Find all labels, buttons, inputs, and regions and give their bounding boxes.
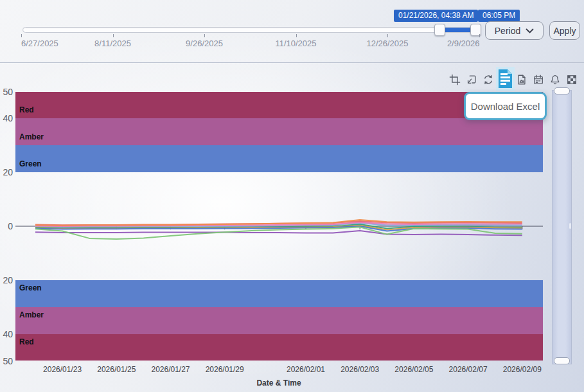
band-label: Red — [19, 337, 34, 346]
y-axis-label: 50 — [0, 355, 13, 367]
slider-tick-label: 2/9/2026 — [447, 39, 480, 48]
series-line-periwinkle — [35, 223, 522, 227]
excel-document-glyph — [498, 69, 513, 89]
x-axis-label: 2026/02/07 — [449, 365, 488, 374]
slider-tick — [479, 34, 480, 37]
slider-tick-label: 8/11/2025 — [94, 39, 131, 48]
apply-button[interactable]: Apply — [549, 21, 580, 40]
y-axis-label: 0 — [0, 220, 13, 232]
threshold-band-red: Red — [15, 334, 543, 361]
y-axis-label: 40 — [0, 112, 13, 124]
zoom-selection-icon[interactable] — [448, 73, 462, 87]
x-axis-label: 2026/01/25 — [97, 365, 136, 374]
slider-tick-label: 6/27/2025 — [21, 39, 58, 48]
download-excel-tooltip: Download Excel — [464, 92, 547, 120]
header-divider — [0, 62, 584, 63]
chart-dashboard: 01/21/2026, 04:38 AM 06:05 PM 6/27/20258… — [0, 0, 584, 392]
series-line-teal — [35, 224, 522, 228]
slider-tick — [21, 34, 22, 37]
series-line-blue — [35, 226, 522, 231]
range-start-badge: 01/21/2026, 04:38 AM — [394, 10, 478, 22]
series-line-gray — [35, 222, 522, 227]
scrollbar-handle-bottom[interactable] — [554, 357, 570, 364]
chevron-down-icon — [526, 28, 534, 33]
x-axis-label: 2026/02/09 — [503, 365, 542, 374]
bell-icon[interactable] — [548, 73, 562, 87]
scrollbar-grip — [569, 223, 571, 229]
band-label: Green — [19, 283, 42, 292]
threshold-band-green: Green — [15, 280, 543, 307]
threshold-band-amber: Amber — [15, 307, 543, 334]
slider-tick — [204, 34, 205, 37]
series-line-coral — [35, 221, 522, 225]
download-excel-icon[interactable] — [496, 67, 515, 91]
reset-zoom-icon[interactable] — [465, 73, 479, 87]
series-line-amber — [35, 226, 522, 230]
threshold-band-amber: Amber — [15, 118, 543, 145]
series-line-orange — [35, 220, 522, 226]
scrollbar-handle-top[interactable] — [554, 87, 570, 94]
refresh-icon[interactable] — [481, 73, 495, 87]
x-axis-title: Date & Time — [256, 379, 301, 388]
slider-tick — [387, 34, 388, 37]
y-axis-label: 20 — [0, 274, 13, 286]
export-image-icon[interactable] — [515, 73, 529, 87]
x-axis-label: 2026/02/05 — [394, 365, 433, 374]
period-dropdown[interactable]: Period — [485, 21, 544, 40]
x-axis-label: 2026/01/27 — [151, 365, 190, 374]
slider-tick — [113, 34, 114, 37]
mosaic-icon[interactable] — [565, 73, 579, 87]
y-axis-label: 50 — [0, 86, 13, 98]
threshold-band-green: Green — [15, 145, 543, 172]
series-line-pink — [35, 222, 522, 226]
slider-handle-start[interactable] — [434, 24, 445, 36]
period-label: Period — [495, 26, 520, 36]
x-axis-label: 2026/02/03 — [341, 365, 379, 374]
series-line-purple — [35, 231, 522, 235]
slider-track[interactable] — [22, 27, 481, 33]
calendar-icon[interactable] — [531, 73, 545, 87]
slider-tick-label: 12/26/2025 — [366, 39, 408, 48]
y-axis-label: 20 — [0, 166, 13, 178]
slider-tick-label: 11/10/2025 — [275, 39, 316, 48]
series-line-green — [35, 227, 522, 239]
tooltip-text: Download Excel — [471, 101, 540, 112]
x-axis-label: 2026/01/23 — [43, 365, 82, 374]
slider-tick-label: 9/26/2025 — [186, 39, 223, 48]
x-axis-label: 2026/02/01 — [287, 365, 325, 374]
band-label: Amber — [19, 132, 44, 141]
y-axis-label: 40 — [0, 328, 13, 340]
band-label: Green — [19, 159, 42, 168]
range-end-badge: 06:05 PM — [478, 10, 520, 22]
band-label: Red — [19, 105, 34, 114]
slider-tick — [296, 34, 297, 37]
x-axis-label: 2026/01/29 — [206, 365, 244, 374]
band-label: Amber — [19, 310, 44, 319]
